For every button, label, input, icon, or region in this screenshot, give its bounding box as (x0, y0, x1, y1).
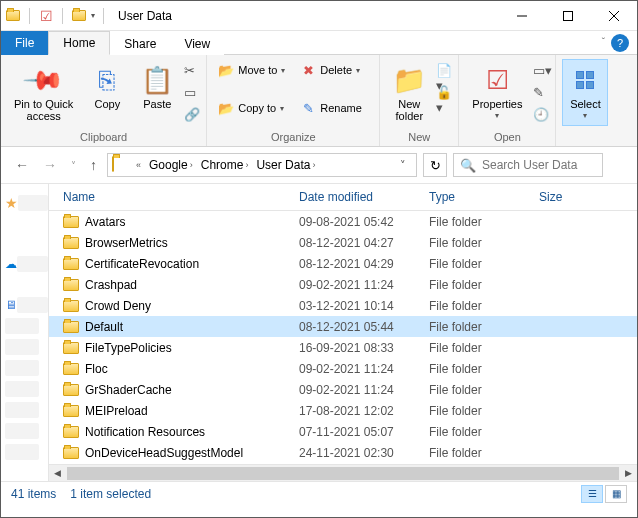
nav-pane[interactable]: ★ ☁ 🖥 (1, 184, 49, 481)
table-row[interactable]: OnDeviceHeadSuggestModel24-11-2021 02:30… (49, 442, 637, 463)
new-folder-button[interactable]: 📁 New folder (386, 59, 432, 127)
forward-button[interactable]: → (39, 153, 61, 177)
chevron-right-icon: › (190, 160, 193, 170)
table-row[interactable]: FileTypePolicies16-09-2021 08:33File fol… (49, 337, 637, 358)
header-name[interactable]: Name (49, 190, 299, 204)
breadcrumb-seg-0[interactable]: Google › (145, 158, 197, 172)
item-date: 07-11-2021 05:07 (299, 425, 429, 439)
maximize-button[interactable] (545, 1, 591, 31)
select-button[interactable]: Select ▾ (562, 59, 608, 126)
cut-icon[interactable]: ✂ (184, 63, 200, 79)
item-type: File folder (429, 341, 539, 355)
item-name: Floc (85, 362, 108, 376)
search-input[interactable]: 🔍 Search User Data (453, 153, 603, 177)
copy-button[interactable]: ⎘ Copy (84, 59, 130, 115)
file-tab[interactable]: File (1, 31, 48, 55)
folder-icon (63, 237, 79, 249)
rename-button[interactable]: ✎Rename (295, 97, 373, 119)
up-button[interactable]: ↑ (86, 153, 101, 177)
recent-locations-button[interactable]: ˅ (67, 156, 80, 175)
edit-icon[interactable]: ✎ (533, 85, 549, 101)
table-row[interactable]: GrShaderCache09-02-2021 11:24File folder (49, 379, 637, 400)
status-bar: 41 items 1 item selected ☰ ▦ (1, 481, 637, 505)
close-button[interactable] (591, 1, 637, 31)
item-name: GrShaderCache (85, 383, 172, 397)
horizontal-scrollbar[interactable]: ◀▶ (49, 464, 637, 481)
breadcrumb[interactable]: « Google › Chrome › User Data › ˅ (107, 153, 417, 177)
copy-to-icon: 📂 (218, 100, 234, 116)
breadcrumb-dropdown[interactable]: ˅ (394, 159, 412, 172)
app-folder-icon (5, 8, 21, 24)
table-row[interactable]: Crowd Deny03-12-2021 10:14File folder (49, 295, 637, 316)
item-date: 09-02-2021 11:24 (299, 362, 429, 376)
qat-folder-icon[interactable] (71, 8, 87, 24)
history-icon[interactable]: 🕘 (533, 107, 549, 123)
table-row[interactable]: MEIPreload17-08-2021 12:02File folder (49, 400, 637, 421)
tab-view[interactable]: View (170, 33, 224, 55)
folder-icon (63, 363, 79, 375)
table-row[interactable]: Notification Resources07-11-2021 05:07Fi… (49, 421, 637, 442)
file-rows[interactable]: Avatars09-08-2021 05:42File folderBrowse… (49, 211, 637, 464)
item-type: File folder (429, 257, 539, 271)
folder-icon (63, 426, 79, 438)
item-date: 16-09-2021 08:33 (299, 341, 429, 355)
paste-button[interactable]: 📋 Paste (134, 59, 180, 115)
item-date: 08-12-2021 04:29 (299, 257, 429, 271)
table-row[interactable]: Floc09-02-2021 11:24File folder (49, 358, 637, 379)
breadcrumb-seg-2[interactable]: User Data › (252, 158, 319, 172)
this-pc-icon[interactable]: 🖥 (5, 298, 17, 312)
window-title: User Data (118, 9, 172, 23)
new-item-icon[interactable]: 📄▾ (436, 63, 452, 79)
onedrive-icon[interactable]: ☁ (5, 257, 17, 271)
qat-properties-icon[interactable]: ☑ (38, 8, 54, 24)
item-name: MEIPreload (85, 404, 148, 418)
table-row[interactable]: BrowserMetrics08-12-2021 04:27File folde… (49, 232, 637, 253)
table-row[interactable]: Avatars09-08-2021 05:42File folder (49, 211, 637, 232)
item-name: OnDeviceHeadSuggestModel (85, 446, 243, 460)
titlebar: ☑ ▾ User Data (1, 1, 637, 31)
help-icon[interactable]: ? (611, 34, 629, 52)
header-type[interactable]: Type (429, 190, 539, 204)
details-view-button[interactable]: ☰ (581, 485, 603, 503)
tab-share[interactable]: Share (110, 33, 170, 55)
select-icon (569, 64, 601, 96)
item-date: 03-12-2021 10:14 (299, 299, 429, 313)
breadcrumb-seg-1[interactable]: Chrome › (197, 158, 253, 172)
pin-quick-access-button[interactable]: 📌 Pin to Quick access (7, 59, 80, 127)
item-date: 08-12-2021 05:44 (299, 320, 429, 334)
copy-to-button[interactable]: 📂Copy to ▾ (213, 97, 291, 119)
ribbon-collapse-icon[interactable]: ˇ (602, 37, 605, 48)
table-row[interactable]: Default08-12-2021 05:44File folder (49, 316, 637, 337)
chevron-left-icon: « (136, 160, 141, 170)
item-type: File folder (429, 320, 539, 334)
search-icon: 🔍 (460, 158, 476, 173)
item-type: File folder (429, 446, 539, 460)
chevron-right-icon: › (245, 160, 248, 170)
breadcrumb-folder-icon (112, 157, 128, 173)
scroll-left-icon: ◀ (49, 468, 66, 478)
qat-dropdown-icon[interactable]: ▾ (91, 11, 95, 20)
file-list: Name Date modified Type Size Avatars09-0… (49, 184, 637, 481)
folder-icon (63, 216, 79, 228)
folder-icon (63, 321, 79, 333)
quick-access-icon[interactable]: ★ (5, 195, 18, 211)
thumbnails-view-button[interactable]: ▦ (605, 485, 627, 503)
tab-home[interactable]: Home (48, 31, 110, 55)
easy-access-icon[interactable]: 🔓▾ (436, 85, 452, 101)
new-folder-icon: 📁 (393, 64, 425, 96)
header-size[interactable]: Size (539, 190, 589, 204)
minimize-button[interactable] (499, 1, 545, 31)
delete-button[interactable]: ✖Delete ▾ (295, 59, 373, 81)
paste-shortcut-icon[interactable]: 🔗 (184, 107, 200, 123)
item-type: File folder (429, 425, 539, 439)
copy-path-icon[interactable]: ▭ (184, 85, 200, 101)
properties-button[interactable]: ☑ Properties ▾ (465, 59, 529, 126)
refresh-button[interactable]: ↻ (423, 153, 447, 177)
table-row[interactable]: CertificateRevocation08-12-2021 04:29Fil… (49, 253, 637, 274)
back-button[interactable]: ← (11, 153, 33, 177)
open-icon[interactable]: ▭▾ (533, 63, 549, 79)
header-date[interactable]: Date modified (299, 190, 429, 204)
item-date: 09-08-2021 05:42 (299, 215, 429, 229)
move-to-button[interactable]: 📂Move to ▾ (213, 59, 291, 81)
table-row[interactable]: Crashpad09-02-2021 11:24File folder (49, 274, 637, 295)
